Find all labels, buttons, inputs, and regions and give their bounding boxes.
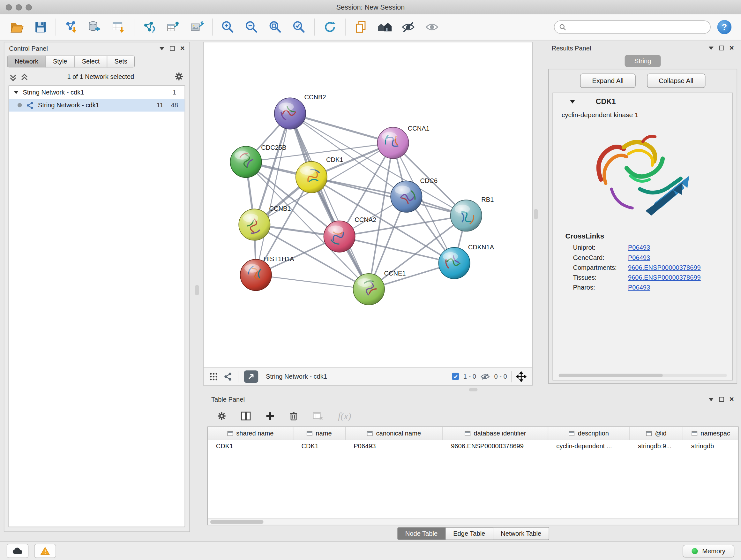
close-window-button[interactable] xyxy=(6,4,12,10)
svg-text:CDK1: CDK1 xyxy=(326,156,343,163)
zoom-in-icon[interactable] xyxy=(216,17,240,37)
tab-network[interactable]: Network xyxy=(7,56,46,67)
crosslink-link[interactable]: 9606.ENSP00000378699 xyxy=(628,264,701,271)
table-cell[interactable]: stringdb xyxy=(683,440,739,453)
gear-icon[interactable] xyxy=(174,72,184,81)
panel-menu-icon[interactable] xyxy=(709,46,713,50)
network-node-CCNB2[interactable]: CCNB2 xyxy=(274,94,326,129)
table-cell[interactable]: cyclin-dependent ... xyxy=(548,440,630,453)
crosslink-link[interactable]: P06493 xyxy=(628,284,650,291)
column-header-namespac[interactable]: namespac xyxy=(683,427,739,440)
import-table-file-icon[interactable] xyxy=(107,17,131,37)
open-in-new-window-button[interactable] xyxy=(244,370,259,383)
panel-menu-icon[interactable] xyxy=(709,398,713,401)
crosslink-link[interactable]: P06493 xyxy=(628,244,650,251)
right-splitter-handle[interactable] xyxy=(534,209,538,220)
string-home-icon[interactable] xyxy=(373,17,396,37)
add-column-icon[interactable] xyxy=(266,411,275,421)
panel-close-icon[interactable]: × xyxy=(730,397,734,402)
tab-style[interactable]: Style xyxy=(45,56,75,67)
network-row-selected[interactable]: String Network - cdk1 11 48 xyxy=(9,99,185,111)
table-cell[interactable]: P06493 xyxy=(346,440,443,453)
collapse-all-icon[interactable] xyxy=(10,73,16,80)
column-header-name[interactable]: name xyxy=(293,427,346,440)
table-scrollbar-thumb[interactable] xyxy=(210,520,264,523)
panel-menu-icon[interactable] xyxy=(159,47,164,50)
column-type-icon xyxy=(691,431,697,436)
show-graphics-details-icon[interactable] xyxy=(420,17,444,37)
crosslink-link[interactable]: P06493 xyxy=(628,254,650,261)
bottom-splitter-handle[interactable] xyxy=(469,388,478,391)
hidden-items-eye-icon[interactable] xyxy=(480,373,490,380)
tab-sets[interactable]: Sets xyxy=(107,56,135,67)
column-header-database-identifier[interactable]: database identifier xyxy=(443,427,548,440)
import-network-database-icon[interactable] xyxy=(83,17,107,37)
table-cell[interactable]: 9606.ENSP00000378699 xyxy=(443,440,548,453)
save-session-icon[interactable] xyxy=(28,17,52,37)
minimize-window-button[interactable] xyxy=(16,4,22,10)
network-node-HIST1H1A[interactable]: HIST1H1A xyxy=(240,255,294,291)
network-share-icon[interactable] xyxy=(224,372,232,381)
expand-all-icon[interactable] xyxy=(21,73,27,80)
table-horizontal-scrollbar[interactable] xyxy=(208,518,738,525)
network-from-selection-icon[interactable] xyxy=(138,17,161,37)
panel-close-icon[interactable]: × xyxy=(730,46,734,51)
selected-count: 1 - 0 xyxy=(463,373,476,380)
copy-document-icon[interactable] xyxy=(349,17,373,37)
hide-graphics-details-icon[interactable] xyxy=(396,17,420,37)
table-cell[interactable]: stringdb:9... xyxy=(630,440,683,453)
panel-float-icon[interactable] xyxy=(719,397,724,402)
show-columns-icon[interactable] xyxy=(241,411,251,421)
delete-column-trash-icon[interactable] xyxy=(289,411,298,421)
column-header--id[interactable]: @id xyxy=(630,427,683,440)
warnings-button[interactable] xyxy=(34,544,56,558)
zoom-out-icon[interactable] xyxy=(240,17,263,37)
network-node-CCNA1[interactable]: CCNA1 xyxy=(378,125,429,159)
open-file-icon[interactable] xyxy=(5,17,28,37)
panel-float-icon[interactable] xyxy=(719,46,724,51)
table-cell[interactable]: CDK1 xyxy=(293,440,346,453)
search-input[interactable] xyxy=(569,23,705,31)
results-scrollbar-thumb[interactable] xyxy=(559,374,663,377)
column-type-icon xyxy=(646,431,652,436)
pan-move-icon[interactable] xyxy=(516,371,527,381)
selected-items-icon[interactable] xyxy=(452,373,459,380)
tab-string[interactable]: String xyxy=(625,55,661,67)
panel-close-icon[interactable]: × xyxy=(180,46,185,51)
cloud-button[interactable] xyxy=(7,544,28,558)
network-collection-row[interactable]: String Network - cdk1 1 xyxy=(9,86,185,99)
column-header-canonical-name[interactable]: canonical name xyxy=(346,427,443,440)
left-splitter-handle[interactable] xyxy=(195,285,199,296)
tab-edge-table[interactable]: Edge Table xyxy=(445,527,493,540)
tab-node-table[interactable]: Node Table xyxy=(397,527,446,540)
table-row[interactable]: CDK1CDK1P064939606.ENSP00000378699cyclin… xyxy=(208,440,738,453)
help-icon[interactable]: ? xyxy=(718,20,732,34)
export-image-icon[interactable] xyxy=(185,17,209,37)
maximize-window-button[interactable] xyxy=(25,4,31,10)
tree-expand-icon[interactable] xyxy=(14,91,18,94)
tab-network-table[interactable]: Network Table xyxy=(493,527,549,540)
network-node-RB1[interactable]: RB1 xyxy=(451,196,494,231)
zoom-selected-icon[interactable] xyxy=(287,17,311,37)
expand-all-button[interactable]: Expand All xyxy=(580,74,635,88)
network-node-CDK1[interactable]: CDK1 xyxy=(296,156,343,193)
search-box[interactable] xyxy=(554,20,711,34)
results-scrollbar[interactable] xyxy=(559,374,727,377)
birds-eye-view-icon[interactable] xyxy=(209,372,218,381)
table-cell[interactable]: CDK1 xyxy=(208,440,293,453)
zoom-fit-icon[interactable] xyxy=(264,17,287,37)
memory-button[interactable]: Memory xyxy=(683,544,734,557)
table-settings-gear-icon[interactable] xyxy=(217,411,226,421)
collapse-all-button[interactable]: Collapse All xyxy=(647,74,705,88)
crosslink-link[interactable]: 9606.ENSP00000378699 xyxy=(628,274,701,281)
clone-network-icon[interactable] xyxy=(161,17,185,37)
card-collapse-icon[interactable] xyxy=(570,100,575,103)
tab-select[interactable]: Select xyxy=(74,56,107,67)
network-node-CCNB1[interactable]: CCNB1 xyxy=(239,205,291,240)
column-header-shared-name[interactable]: shared name xyxy=(208,427,293,440)
network-canvas[interactable]: CCNB2CCNA1CDC25BCDK1CDC6RB1CCNB1CCNA2CDK… xyxy=(204,42,532,367)
import-network-file-icon[interactable] xyxy=(59,17,83,37)
panel-float-icon[interactable] xyxy=(170,46,175,51)
apply-layout-icon[interactable] xyxy=(318,17,342,37)
column-header-description[interactable]: description xyxy=(548,427,630,440)
